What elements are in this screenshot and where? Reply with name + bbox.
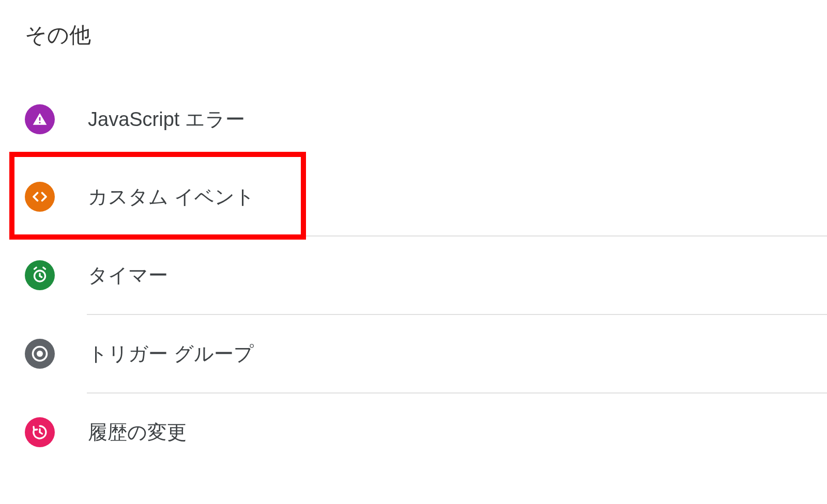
- list-item-history[interactable]: 履歴の変更: [0, 393, 827, 471]
- list-item-trigger-group[interactable]: トリガー グループ: [0, 315, 827, 392]
- svg-point-4: [37, 351, 43, 357]
- list-item-custom-event[interactable]: カスタム イベント: [0, 158, 827, 235]
- svg-rect-0: [39, 117, 41, 121]
- list-item-js-error[interactable]: JavaScript エラー: [0, 81, 827, 158]
- svg-rect-1: [39, 122, 41, 123]
- list-item-timer[interactable]: タイマー: [0, 237, 827, 314]
- code-brackets-icon: [25, 182, 55, 212]
- list-item-label: トリガー グループ: [88, 341, 254, 367]
- warning-triangle-icon: [25, 104, 55, 134]
- section-header: その他: [0, 21, 827, 81]
- list-item-label: 履歴の変更: [88, 419, 187, 446]
- list-item-label: タイマー: [88, 262, 168, 289]
- trigger-type-section: その他 JavaScript エラー カスタム イベント: [0, 0, 827, 471]
- list-item-label: カスタム イベント: [88, 184, 255, 210]
- history-clock-icon: [25, 417, 55, 447]
- trigger-type-list: JavaScript エラー カスタム イベント: [0, 81, 827, 471]
- list-item-label: JavaScript エラー: [88, 106, 245, 133]
- circles-group-icon: [25, 339, 55, 369]
- alarm-clock-icon: [25, 260, 55, 290]
